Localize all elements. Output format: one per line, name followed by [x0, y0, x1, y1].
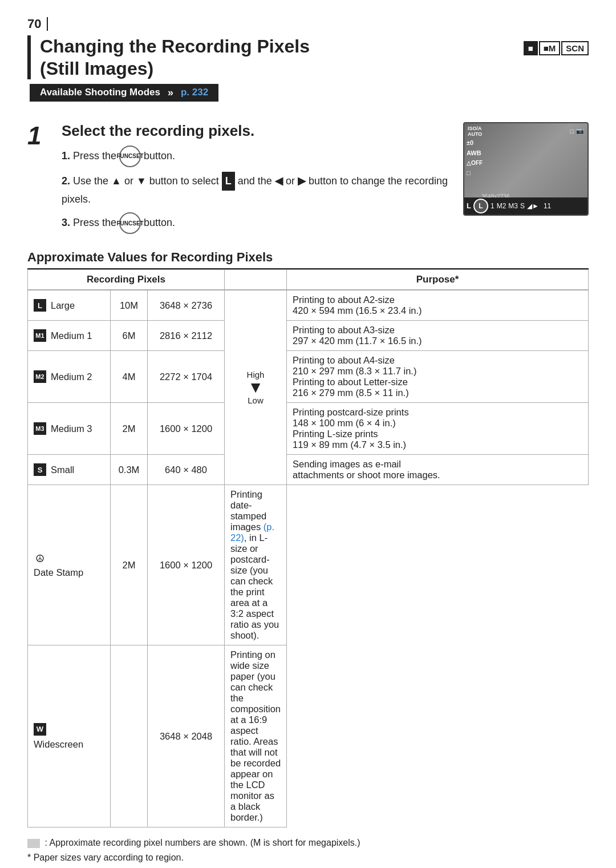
cam-m1: 1	[491, 202, 495, 210]
step-content: Select the recording pixels. 1. Press th…	[62, 122, 449, 236]
cell-datestamp-mp: 2M	[111, 485, 148, 645]
cell-small-purpose: Sending images as e-mailattachments or s…	[287, 455, 589, 485]
cam-plusminus: ±0	[467, 139, 483, 146]
icon-small: S	[34, 463, 46, 476]
cell-small-res: 640 × 480	[148, 455, 225, 485]
cam-lock-icon: 📷	[576, 127, 584, 135]
table-header-row: Recording Pixels Purpose*	[28, 270, 589, 290]
low-label: Low	[248, 395, 264, 405]
step-number-col: 1	[27, 122, 62, 148]
instruction-3: 3. Press the FUNCSET button.	[62, 212, 449, 234]
camera-mode-icon: ■	[524, 41, 538, 55]
approx-title: Approximate Values for Recording Pixels	[27, 250, 589, 269]
title-line1: Changing the Recording Pixels	[40, 35, 310, 57]
step-number: 1	[27, 123, 41, 148]
icon-large: L	[34, 299, 46, 312]
step-title: Select the recording pixels.	[62, 122, 449, 140]
cell-m2-res: 2272 × 1704	[148, 351, 225, 403]
cm-mode-icon: ■M	[539, 41, 561, 55]
shooting-modes-page-ref: p. 232	[181, 87, 208, 98]
cell-m2-mp: 4M	[111, 351, 148, 403]
name-m1: Medium 1	[51, 330, 92, 341]
cam-s: S	[520, 202, 525, 210]
cell-m1-name: M1 Medium 1	[28, 321, 111, 351]
cam-bottom: L L 1 M2 M3 S ◢► 11	[464, 197, 587, 215]
table-row-large: L Large 10M 3648 × 2736 High ▼ Low Print…	[28, 290, 589, 321]
instruction-1-num: 1.	[62, 150, 70, 162]
func-btn-3: FUNCSET	[119, 212, 141, 234]
table-row-widescreen: W Widescreen 3648 × 2048 Printing on wid…	[28, 645, 589, 827]
cell-m1-purpose: Printing to about A3-size297 × 420 mm (1…	[287, 321, 589, 351]
cell-wide-name: W Widescreen	[28, 645, 111, 827]
datestamp-link: (p. 22)	[230, 522, 274, 543]
note-gray-box	[27, 839, 40, 848]
name-wide: Widescreen	[34, 739, 83, 750]
cell-m3-purpose: Printing postcard-size prints 148 × 100 …	[287, 403, 589, 455]
cell-wide-purpose: Printing on wide size paper (you can che…	[225, 645, 287, 827]
cell-large-mp: 10M	[111, 290, 148, 321]
camera-screen-inner: ISO/AAUTO □ 📷 ±0 AWB △OFF □ 3648x2736 L …	[464, 123, 587, 215]
approx-section: Approximate Values for Recording Pixels …	[27, 250, 589, 865]
step-instructions: 1. Press the FUNCSET button. 2. Use the …	[62, 146, 449, 234]
icon-m1: M1	[34, 329, 46, 342]
cell-m3-res: 1600 × 1200	[148, 403, 225, 455]
cell-m3-name: M3 Medium 3	[28, 403, 111, 455]
cam-face: □	[467, 169, 483, 176]
highlight-l: L	[222, 172, 235, 191]
cam-l-label: L	[467, 201, 471, 210]
cam-right-icons: □ 📷	[570, 126, 584, 137]
cell-m1-mp: 6M	[111, 321, 148, 351]
table-row-medium2: M2 Medium 2 4M 2272 × 1704 Printing to a…	[28, 351, 589, 403]
page: 70 Changing the Recording Pixels (Still …	[0, 0, 616, 868]
col-header-recording-pixels: Recording Pixels	[28, 270, 225, 290]
main-title: Changing the Recording Pixels (Still Ima…	[40, 35, 310, 79]
page-number-section: 70	[27, 17, 589, 31]
shooting-modes-arrow: »	[165, 87, 176, 99]
cam-left-icons: ±0 AWB △OFF □	[467, 139, 483, 176]
cell-m2-purpose: Printing to about A4-size 210 × 297 mm (…	[287, 351, 589, 403]
func-btn-1: FUNCSET	[119, 146, 141, 167]
table-row-datestamp: ☮ Date Stamp 2M 1600 × 1200 Printing dat…	[28, 485, 589, 645]
cell-small-name: S Small	[28, 455, 111, 485]
cam-m2: M2	[497, 202, 506, 210]
table-notes: : Approximate recording pixel numbers ar…	[27, 835, 589, 865]
title-section: Changing the Recording Pixels (Still Ima…	[27, 35, 589, 79]
camera-screen: ISO/AAUTO □ 📷 ±0 AWB △OFF □ 3648x2736 L …	[463, 122, 589, 216]
recording-pixels-table: Recording Pixels Purpose* L Large 10M 36…	[27, 269, 589, 827]
shooting-modes-label: Available Shooting Modes	[40, 87, 160, 98]
name-large: Large	[51, 300, 75, 311]
note-2: * Paper sizes vary according to region.	[27, 850, 589, 865]
note-2-text: * Paper sizes vary according to region.	[27, 853, 184, 862]
cam-iso-icon: ISO/AAUTO	[468, 126, 482, 137]
note-1-text: : Approximate recording pixel numbers ar…	[44, 838, 360, 847]
col-header-purpose: Purpose*	[287, 270, 589, 290]
name-small: Small	[51, 465, 74, 475]
cell-m3-mp: 2M	[111, 403, 148, 455]
instruction-2-num: 2.	[62, 175, 70, 187]
cam-num: 11	[544, 202, 551, 210]
col-header-arrow	[225, 270, 287, 290]
cam-m3: M3	[508, 202, 518, 210]
name-m3: Medium 3	[51, 423, 92, 434]
cam-square-icon: □	[570, 128, 574, 135]
arrow-high-low: High ▼ Low	[225, 290, 287, 485]
scn-mode-icon: SCN	[561, 41, 589, 55]
cell-wide-mp	[111, 645, 148, 827]
table-row-medium1: M1 Medium 1 6M 2816 × 2112 Printing to a…	[28, 321, 589, 351]
cell-m1-res: 2816 × 2112	[148, 321, 225, 351]
cell-datestamp-name: ☮ Date Stamp	[28, 485, 111, 645]
cell-m2-name: M2 Medium 2	[28, 351, 111, 403]
cell-large-purpose: Printing to about A2-size420 × 594 mm (1…	[287, 290, 589, 321]
table-row-small: S Small 0.3M 640 × 480 Sending images as…	[28, 455, 589, 485]
cell-small-mp: 0.3M	[111, 455, 148, 485]
cam-awb: AWB	[467, 150, 483, 156]
cam-circle: L	[473, 199, 488, 213]
cam-top-icons: ISO/AAUTO □ 📷	[464, 123, 587, 137]
icon-wide: W	[34, 723, 46, 736]
mode-icons: ■ ■M SCN	[524, 41, 589, 55]
cell-large-name: L Large	[28, 290, 111, 321]
icon-datestamp: ☮	[34, 552, 46, 565]
instruction-3-num: 3.	[62, 217, 70, 228]
shooting-modes-bar-inner: Available Shooting Modes » p. 232	[30, 84, 218, 102]
cell-wide-res: 3648 × 2048	[148, 645, 225, 827]
